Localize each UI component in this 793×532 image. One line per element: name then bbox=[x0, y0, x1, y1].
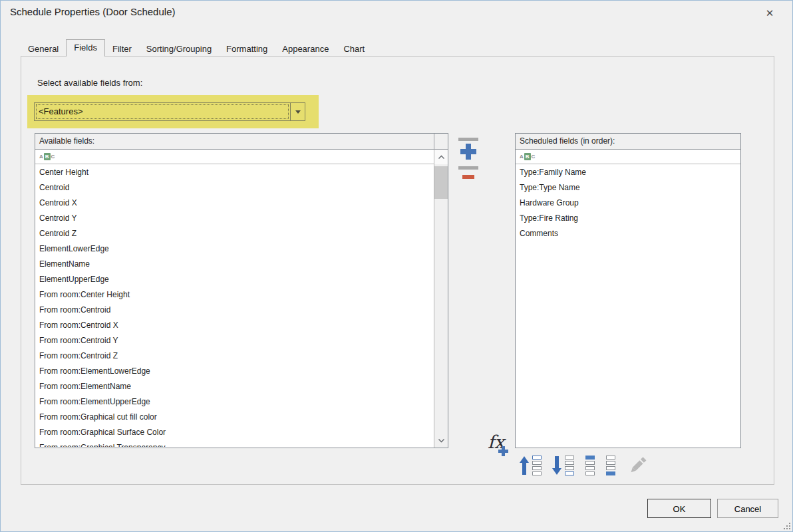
available-fields-filter-input[interactable]: A B C bbox=[35, 150, 434, 164]
plus-icon bbox=[498, 446, 508, 456]
tab-sorting-grouping[interactable]: Sorting/Grouping bbox=[139, 42, 219, 56]
abc-letter-a: A bbox=[39, 154, 43, 160]
scrollbar-thumb[interactable] bbox=[434, 166, 448, 199]
edit-pencil-icon bbox=[625, 454, 649, 477]
move-down-button[interactable] bbox=[552, 453, 575, 478]
remove-parameter-icon bbox=[456, 165, 481, 182]
move-to-bottom-button[interactable] bbox=[605, 453, 617, 478]
dialog-title: Schedule Properties (Door Schedule) bbox=[10, 6, 175, 17]
field-source-dropdown[interactable]: <Features> bbox=[34, 102, 305, 121]
tab-formatting[interactable]: Formatting bbox=[219, 42, 275, 56]
available-field-item[interactable]: From room:Centroid bbox=[35, 303, 434, 318]
scheduled-fields-items: Type:Family NameType:Type NameHardware G… bbox=[516, 165, 740, 447]
available-fields-header: Available fields: bbox=[35, 134, 448, 150]
abc-letter-b: B bbox=[44, 153, 51, 160]
available-field-item[interactable]: From room:Centroid Z bbox=[35, 348, 434, 364]
available-field-item[interactable]: From room:Center Height bbox=[35, 287, 434, 303]
scheduled-fields-filter-input[interactable]: A B C bbox=[516, 150, 740, 164]
available-field-item[interactable]: ElementUpperEdge bbox=[35, 272, 434, 287]
abc-letter-b: B bbox=[524, 153, 531, 160]
scheduled-field-item[interactable]: Type:Family Name bbox=[516, 165, 740, 180]
available-field-item[interactable]: Centroid bbox=[35, 180, 434, 196]
available-field-item[interactable]: From room:Graphical cut fill color bbox=[35, 410, 434, 425]
add-parameter-icon bbox=[456, 136, 481, 162]
available-field-item[interactable]: From room:Graphical Surface Color bbox=[35, 425, 434, 440]
yellow-highlight-annotation: <Features> bbox=[27, 95, 319, 128]
chevron-down-icon bbox=[438, 438, 445, 443]
move-up-icon bbox=[519, 455, 543, 476]
tab-appearance[interactable]: Appearance bbox=[275, 42, 336, 56]
available-fields-items: Center HeightCentroidCentroid XCentroid … bbox=[35, 165, 434, 447]
scheduled-fields-list: Scheduled fields (in order): A B C Type:… bbox=[515, 133, 741, 448]
move-up-button[interactable] bbox=[519, 453, 543, 478]
available-field-item[interactable]: Centroid Z bbox=[35, 226, 434, 241]
available-field-item[interactable]: From room:Centroid Y bbox=[35, 333, 434, 348]
add-parameter-button[interactable] bbox=[456, 136, 481, 162]
scheduled-fields-header: Scheduled fields (in order): bbox=[516, 134, 740, 150]
available-field-item[interactable]: Center Height bbox=[35, 165, 434, 180]
field-source-value: <Features> bbox=[36, 104, 289, 119]
tab-fields[interactable]: Fields bbox=[66, 39, 105, 57]
available-field-item[interactable]: ElementLowerEdge bbox=[35, 241, 434, 257]
cancel-button[interactable]: Cancel bbox=[717, 499, 778, 518]
dropdown-button[interactable] bbox=[290, 103, 305, 120]
order-toolbar bbox=[519, 453, 649, 478]
available-field-item[interactable]: From room:Graphical Transparency bbox=[35, 440, 434, 447]
select-available-fields-label: Select available fields from: bbox=[37, 78, 142, 88]
vertical-scrollbar[interactable] bbox=[434, 150, 448, 448]
move-to-bottom-icon bbox=[605, 455, 617, 476]
abc-letter-a: A bbox=[520, 154, 524, 160]
abc-letter-c: C bbox=[532, 154, 536, 160]
available-field-item[interactable]: From room:ElementUpperEdge bbox=[35, 394, 434, 410]
available-field-item[interactable]: ElementName bbox=[35, 257, 434, 272]
chevron-up-icon bbox=[438, 155, 445, 160]
available-fields-list: Available fields: A B C Center HeightCen… bbox=[35, 133, 448, 448]
add-calculated-parameter-button[interactable]: fx bbox=[466, 417, 499, 446]
move-down-icon bbox=[552, 455, 575, 476]
scheduled-field-item[interactable]: Hardware Group bbox=[516, 196, 740, 211]
move-to-top-button[interactable] bbox=[584, 453, 596, 478]
available-field-item[interactable]: Centroid Y bbox=[35, 211, 434, 226]
ok-button[interactable]: OK bbox=[647, 499, 711, 518]
resize-grip[interactable] bbox=[783, 522, 791, 530]
scheduled-field-item[interactable]: Type:Type Name bbox=[516, 180, 740, 196]
move-to-top-icon bbox=[584, 455, 596, 476]
available-fields-header-label: Available fields: bbox=[39, 136, 94, 146]
abc-filter-icon: A B C bbox=[39, 153, 55, 160]
chevron-down-icon bbox=[295, 110, 301, 114]
tab-chart[interactable]: Chart bbox=[336, 42, 372, 56]
header-end-cell bbox=[434, 134, 448, 149]
abc-letter-c: C bbox=[51, 154, 55, 160]
tab-strip: General Fields Filter Sorting/Grouping F… bbox=[21, 39, 372, 56]
available-field-item[interactable]: Centroid X bbox=[35, 196, 434, 211]
remove-parameter-button[interactable] bbox=[456, 165, 481, 182]
abc-filter-icon: A B C bbox=[520, 153, 535, 160]
tab-filter[interactable]: Filter bbox=[105, 42, 139, 56]
close-icon[interactable]: ✕ bbox=[759, 5, 780, 22]
scheduled-field-item[interactable]: Comments bbox=[516, 226, 740, 241]
edit-button[interactable] bbox=[625, 453, 649, 478]
scroll-up-button[interactable] bbox=[434, 150, 448, 164]
tab-general[interactable]: General bbox=[21, 42, 66, 56]
scroll-down-button[interactable] bbox=[434, 433, 448, 448]
available-field-item[interactable]: From room:ElementLowerEdge bbox=[35, 364, 434, 379]
scheduled-fields-header-label: Scheduled fields (in order): bbox=[520, 136, 615, 146]
schedule-properties-dialog: Schedule Properties (Door Schedule) ✕ Ge… bbox=[0, 0, 793, 532]
scheduled-field-item[interactable]: Type:Fire Rating bbox=[516, 211, 740, 226]
available-field-item[interactable]: From room:ElementName bbox=[35, 379, 434, 394]
available-field-item[interactable]: From room:Centroid X bbox=[35, 318, 434, 333]
